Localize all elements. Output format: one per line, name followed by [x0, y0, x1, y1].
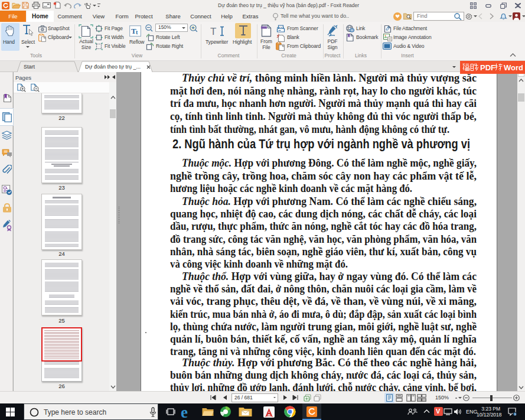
svg-text:Word: Word	[504, 63, 523, 72]
svg-text:PDF: PDF	[480, 63, 495, 72]
svg-text:T: T	[210, 26, 216, 37]
